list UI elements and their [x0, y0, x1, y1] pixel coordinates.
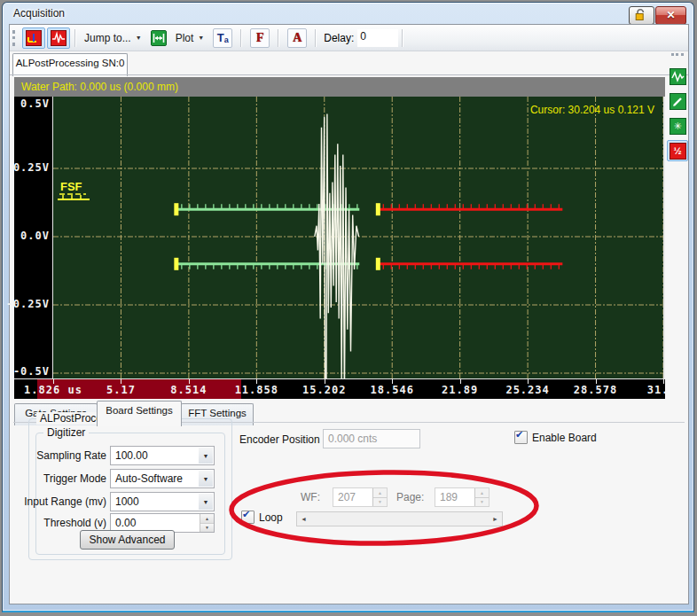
x-axis: 1.826 us5.178.51411.85815.20218.54621.89… [14, 379, 665, 399]
spin-down-icon: ▼ [200, 524, 214, 533]
wave-view-button[interactable] [667, 66, 688, 87]
ascan-button[interactable]: A [284, 27, 310, 49]
toolbar-separator [402, 29, 403, 47]
client-area: Jump to... ▼ Plot ▼ Ta [9, 24, 689, 604]
gate-start-marker[interactable] [174, 203, 178, 215]
wave-view-icon [670, 68, 686, 85]
x-tick-label: 1.826 us [18, 384, 89, 396]
encoder-position-field: 0.000 cnts [323, 429, 420, 448]
scroll-right-icon[interactable]: ► [489, 512, 502, 526]
ascan-icon: A [287, 28, 307, 48]
asterisk-icon: ✳ [670, 118, 686, 135]
toolbar-separator [315, 29, 317, 47]
waveform-icon [51, 30, 67, 46]
y-axis: 0.5V0.25V0.0V-0.25V-0.5V [14, 97, 53, 378]
input-range-select[interactable]: 1000 ▼ [110, 492, 215, 511]
spinner-buttons: ▲ ▼ [474, 488, 489, 506]
toolbar-separator [278, 29, 279, 47]
cursor-readout: Cursor: 30.204 us 0.121 V [530, 104, 654, 116]
wf-spinner: 207 ▲ ▼ [333, 487, 388, 507]
x-tick-label: 25.234 [492, 384, 563, 396]
chevron-down-icon[interactable]: ▼ [199, 448, 213, 464]
chevron-down-icon[interactable]: ▼ [199, 494, 213, 510]
x-tick-label: 15.202 [289, 384, 360, 396]
toolbar-separator [240, 29, 242, 47]
trigger-mode-select[interactable]: Auto-Software ▼ [110, 469, 215, 488]
pencil-icon [670, 93, 686, 110]
trigger-mode-label: Trigger Mode [18, 472, 106, 485]
toolbar: Jump to... ▼ Plot ▼ Ta [10, 25, 688, 51]
y-tick-label: -0.25V [6, 298, 50, 310]
x-tick-label: 8.514 [153, 384, 224, 396]
water-path-status: Water Path: 0.000 us (0.000 mm) [14, 77, 665, 97]
tab-alpostprocessing[interactable]: ALPostProcessing SN:0 [12, 53, 128, 76]
draw-button[interactable] [667, 90, 688, 112]
loop-scrollbar[interactable]: ◄ ► [296, 511, 503, 526]
check-icon: ✔ [515, 429, 523, 441]
spin-down-icon: ▼ [373, 498, 387, 507]
y-tick-label: 0.25V [13, 161, 50, 174]
gate-display-button[interactable] [22, 27, 45, 49]
enable-board-checkbox[interactable]: ✔ Enable Board [514, 431, 597, 444]
plot-label: Plot [176, 32, 194, 44]
spin-up-icon: ▲ [475, 488, 489, 498]
fit-horizontal-button[interactable] [147, 27, 170, 49]
waveform-display-button[interactable] [47, 27, 70, 49]
loop-label: Loop [259, 511, 283, 524]
gate-start-marker[interactable] [174, 258, 178, 270]
delay-input[interactable]: 0 [357, 29, 398, 47]
window-title: Acquisition [13, 7, 65, 19]
side-toolbar-grip[interactable] [671, 53, 684, 58]
gate-start-marker[interactable] [376, 258, 380, 270]
fft-button[interactable]: F [247, 27, 273, 49]
side-toolbar: ✳ ½ [667, 51, 688, 165]
digitizer-group-label: Digitizer [43, 426, 89, 439]
check-icon: ✔ [242, 509, 250, 520]
spin-up-icon: ▲ [200, 514, 214, 524]
show-advanced-button[interactable]: Show Advanced [80, 530, 175, 550]
y-tick-label: -0.5V [13, 365, 50, 378]
gate-icon [26, 30, 42, 46]
threshold-label: Threshold (v) [18, 517, 106, 529]
x-tick-label: 31. [623, 384, 665, 396]
clear-button[interactable]: ✳ [667, 115, 688, 136]
spinner-buttons[interactable]: ▲ ▼ [200, 514, 214, 532]
toolbar-separator [74, 29, 76, 47]
tabstrip-line [10, 74, 688, 75]
loop-checkbox[interactable]: ✔ Loop [241, 511, 283, 524]
scrollbar-track[interactable] [310, 512, 489, 526]
annotation-ellipse [226, 468, 542, 548]
spinner-buttons: ▲ ▼ [372, 488, 387, 506]
checkbox-box[interactable]: ✔ [241, 511, 255, 524]
jump-to-dropdown[interactable]: Jump to... ▼ [81, 27, 145, 49]
enable-board-label: Enable Board [532, 432, 597, 444]
chevron-down-icon[interactable]: ▼ [199, 471, 213, 487]
half-scale-button[interactable]: ½ [667, 140, 688, 161]
close-icon: ✕ [656, 9, 685, 21]
sampling-rate-select[interactable]: 100.00 ▼ [110, 446, 215, 465]
scroll-left-icon[interactable]: ◄ [297, 512, 310, 526]
encoder-position-label: Encoder Position [239, 433, 321, 446]
titlebar[interactable]: Acquisition ✕ [3, 3, 693, 24]
page-label: Page: [396, 491, 432, 503]
x-tick-label: 18.546 [356, 384, 427, 396]
tab-board-settings[interactable]: Board Settings [97, 401, 182, 426]
ascan-plot[interactable]: 0.5V0.25V0.0V-0.25V-0.5V FSF Cursor: 30.… [14, 97, 665, 399]
checkbox-box[interactable]: ✔ [514, 431, 528, 444]
x-tick-label: 28.578 [560, 384, 631, 396]
spin-down-icon: ▼ [475, 498, 489, 507]
gate-start-marker[interactable] [376, 203, 380, 215]
toolbar-grip[interactable] [12, 30, 18, 46]
half-scale-icon: ½ [670, 143, 686, 160]
y-tick-label: 0.5V [20, 97, 50, 110]
acquisition-window: Acquisition ✕ [2, 2, 694, 612]
horizontal-fit-icon [151, 30, 167, 46]
page-spinner: 189 ▲ ▼ [435, 487, 489, 507]
y-tick-label: 0.0V [20, 230, 50, 242]
lock-button[interactable] [629, 6, 654, 25]
close-button[interactable]: ✕ [655, 6, 686, 25]
delay-label: Delay: [324, 32, 354, 44]
text-annotation-button[interactable]: Ta [209, 27, 236, 49]
plot-canvas[interactable]: FSF Cursor: 30.204 us 0.121 V [53, 97, 665, 378]
plot-dropdown[interactable]: Plot ▼ [172, 27, 208, 49]
